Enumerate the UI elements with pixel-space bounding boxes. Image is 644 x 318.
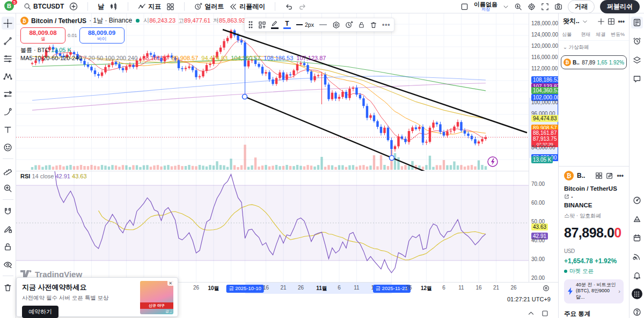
pattern-xabcd-tool[interactable] [2,70,14,83]
watchlist-tab-icon[interactable] [631,17,643,28]
more-options-icon[interactable]: ••• [382,21,391,28]
drawing-template-icon[interactable] [258,21,266,29]
rsi-value: 42.91 [55,173,70,179]
lock-all-drawings-tool[interactable] [2,240,14,253]
unlock-icon[interactable] [358,21,365,29]
add-alert-icon[interactable] [345,21,353,29]
line-thickness-button[interactable]: 2px [296,21,314,28]
high-value: 89,477.61 [184,17,210,24]
indicators-button[interactable]: 지표 [138,2,161,11]
delete-drawing-icon[interactable] [370,21,377,29]
measure-ruler-tool[interactable] [2,164,14,177]
drawing-mode-lock-tool[interactable] [2,222,14,235]
sell-button[interactable]: 88,009.08 셀 [20,27,65,44]
rsi-ma-value: 43.63 [72,173,87,179]
line-color-button[interactable] [271,20,279,29]
rsi-ma-label: 43.63 [531,223,548,230]
clock-utc[interactable]: 01:27:21 UTC+9 [507,296,551,302]
maximize-pane-icon[interactable] [541,310,548,317]
alert-button[interactable]: 얼러트 [194,2,224,11]
external-link-icon[interactable] [564,194,569,199]
screenshot-camera-icon[interactable] [554,3,562,11]
drawing-settings-icon[interactable] [332,21,340,29]
interval-button[interactable]: 날 [98,2,104,11]
layout-select-icon[interactable] [460,3,469,11]
ad-image[interactable]: 신규 야구 광고 [140,281,173,314]
legend-interval-exchange[interactable]: · 1날 · Binance [89,16,132,25]
news-feed-tab-icon[interactable] [631,251,643,263]
help-icon[interactable] [631,306,643,318]
object-tree-tab-icon[interactable] [631,54,643,66]
text-tool[interactable] [2,123,14,136]
ad-banner[interactable]: 지금 사전예약하세요 사전예약 필수 서버 오픈 특별 보상 예약하기 신규 야… [16,277,178,317]
compare-add-icon[interactable] [69,2,78,11]
hide-drawings-eye-tool[interactable] [2,258,14,271]
remove-drawings-trash-tool[interactable] [2,281,14,294]
watchlist-grid-icon[interactable] [608,18,615,25]
zoom-in-tool[interactable] [2,182,14,194]
undo-icon[interactable] [285,3,293,11]
details-symbol[interactable]: B.. [577,172,592,179]
calendar-tab-icon[interactable] [631,232,643,244]
trend-line-tool[interactable] [2,34,14,47]
details-more-icon[interactable]: ••• [617,172,624,179]
add-symbol-icon[interactable] [597,18,605,25]
ad-cta-button[interactable]: 예약하기 [22,306,58,318]
chart-type-icon[interactable] [109,2,118,11]
chevron-down-icon[interactable] [503,4,509,10]
apps-menu-icon[interactable] [632,288,642,299]
redo-icon[interactable] [298,3,306,11]
chat-tab-icon[interactable] [631,73,643,85]
text-color-button[interactable]: T [283,20,291,29]
chevron-down-icon[interactable] [582,19,588,24]
drawing-tools-sidebar [0,13,16,318]
watchlist-columns[interactable]: 심볼 현재 체결 변동% [559,29,629,41]
volume-legend[interactable]: 볼륨 · BTC 13.05 K [20,46,71,54]
price-axis-label: 116,000.00 [531,54,558,60]
chart-area[interactable]: ₿ Bitcoin / TetherUS · 1날 · Binance 시86,… [16,13,558,318]
collapse-pane-icon[interactable] [528,310,535,317]
time-axis-label: 금 2025-10-10 [226,285,264,293]
search-icon [24,3,31,10]
time-axis-settings-icon[interactable] [543,285,550,292]
buy-button[interactable]: 88,009.09 바이 [79,27,125,44]
fullscreen-icon[interactable] [541,3,549,11]
ma-legend[interactable]: MA5-10-20-60-120-240 7 20 50 100 200 240… [20,55,326,61]
watchlist-more-icon[interactable]: ••• [618,18,625,25]
indicator-templates-icon[interactable] [166,3,174,11]
trade-button[interactable]: 거래 [568,0,595,13]
brush-tool[interactable] [2,105,14,118]
replay-button[interactable]: 리플레이 [229,2,265,11]
prediction-tool[interactable] [2,88,14,100]
publish-button[interactable]: 퍼블리쉬 [600,0,640,13]
magnet-tool[interactable] [2,205,14,218]
notifications-bell-icon[interactable] [631,270,643,281]
rsi-axis-label: 30.00 [531,256,545,262]
details-grid-icon[interactable] [595,172,603,179]
symbol-search-button[interactable]: BTCUSDT [24,3,64,10]
watchlist-title[interactable]: 왓치.. [563,17,580,26]
crosshair-tool[interactable] [2,17,14,30]
legend-symbol[interactable]: Bitcoin / TetherUS [31,17,86,25]
layout-save[interactable]: 이름없음 저장 [474,2,497,12]
edit-note-icon[interactable] [606,172,613,179]
watchlist-row-btcusdt[interactable]: ₿ B.. 87,89 1,65 1.92% [561,55,627,69]
news-item[interactable]: 40분 전 · 비트코인 (BTC), 8만9000달... › [564,279,624,303]
details-pair[interactable]: Bitcoin / TetherUS [564,185,617,192]
fib-retracement-tool[interactable] [2,52,14,65]
rsi-pane[interactable] [16,171,529,282]
rsi-legend[interactable]: RSI 14 close 42.91 43.63 [20,173,87,179]
drag-handle-icon[interactable] [248,21,253,28]
settings-gear-icon[interactable] [528,3,536,11]
user-avatar[interactable]: B 5 [4,1,15,12]
quick-search-icon[interactable] [514,3,522,11]
watchlist-section-crypto[interactable]: ⌄ 가상화폐 [559,41,629,54]
screener-tab-icon[interactable] [631,213,643,225]
emoji-tool[interactable] [2,141,14,154]
alerts-tab-icon[interactable] [631,35,643,47]
ad-close-icon[interactable]: ✕ [167,281,173,286]
line-style-button[interactable] [319,23,327,26]
price-axis[interactable]: 128,000.00124,000.00120,000.00116,000.00… [529,13,558,294]
scanner-tab-icon[interactable] [631,194,643,206]
rsi-axis-label: 60.00 [531,200,545,206]
